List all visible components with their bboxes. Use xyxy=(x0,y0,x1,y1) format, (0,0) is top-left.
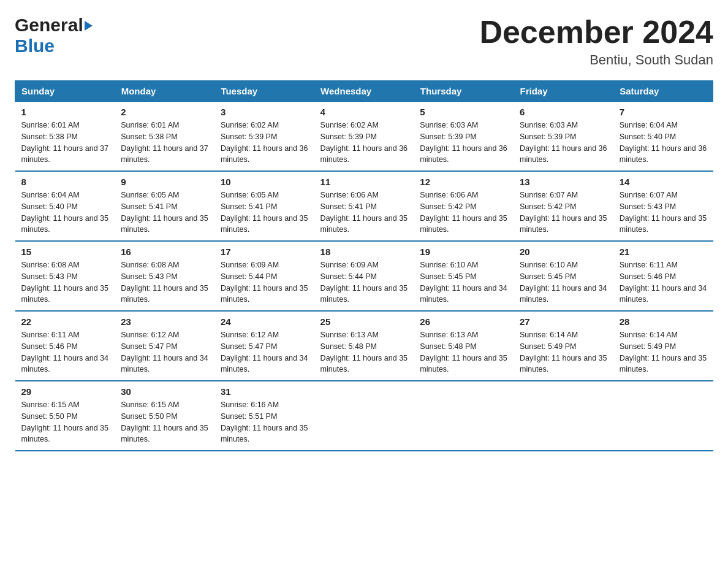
day-cell: 4Sunrise: 6:02 AMSunset: 5:39 PMDaylight… xyxy=(314,102,414,172)
day-info: Sunrise: 6:12 AMSunset: 5:47 PMDaylight:… xyxy=(121,329,208,375)
day-cell: 5Sunrise: 6:03 AMSunset: 5:39 PMDaylight… xyxy=(414,102,514,172)
day-number: 25 xyxy=(320,316,408,327)
header-monday: Monday xyxy=(115,81,214,102)
day-number: 19 xyxy=(420,247,507,257)
day-info: Sunrise: 6:11 AMSunset: 5:46 PMDaylight:… xyxy=(620,259,707,305)
day-cell: 14Sunrise: 6:07 AMSunset: 5:43 PMDayligh… xyxy=(613,171,713,241)
day-info: Sunrise: 6:05 AMSunset: 5:41 PMDaylight:… xyxy=(121,190,208,236)
day-number: 2 xyxy=(121,107,208,117)
header-sunday: Sunday xyxy=(15,81,115,102)
day-cell: 27Sunrise: 6:14 AMSunset: 5:49 PMDayligh… xyxy=(514,311,613,381)
day-number: 8 xyxy=(21,177,109,187)
day-info: Sunrise: 6:02 AMSunset: 5:39 PMDaylight:… xyxy=(221,120,308,166)
day-info: Sunrise: 6:11 AMSunset: 5:46 PMDaylight:… xyxy=(21,329,109,375)
logo: General Blue xyxy=(15,15,93,56)
day-cell: 29Sunrise: 6:15 AMSunset: 5:50 PMDayligh… xyxy=(15,381,115,451)
header-saturday: Saturday xyxy=(613,81,713,102)
day-number: 22 xyxy=(21,316,109,327)
day-info: Sunrise: 6:08 AMSunset: 5:43 PMDaylight:… xyxy=(21,259,109,305)
day-number: 24 xyxy=(221,316,308,327)
day-cell: 1Sunrise: 6:01 AMSunset: 5:38 PMDaylight… xyxy=(15,102,115,172)
day-info: Sunrise: 6:15 AMSunset: 5:50 PMDaylight:… xyxy=(121,399,208,445)
day-info: Sunrise: 6:09 AMSunset: 5:44 PMDaylight:… xyxy=(221,259,308,305)
day-info: Sunrise: 6:07 AMSunset: 5:43 PMDaylight:… xyxy=(620,190,707,236)
day-cell: 30Sunrise: 6:15 AMSunset: 5:50 PMDayligh… xyxy=(115,381,214,451)
day-info: Sunrise: 6:15 AMSunset: 5:50 PMDaylight:… xyxy=(21,399,109,445)
logo-general-text: General xyxy=(15,15,83,36)
day-info: Sunrise: 6:10 AMSunset: 5:45 PMDaylight:… xyxy=(520,259,607,305)
title-block: December 2024 Bentiu, South Sudan xyxy=(479,15,713,68)
day-info: Sunrise: 6:02 AMSunset: 5:39 PMDaylight:… xyxy=(320,120,408,166)
day-cell: 17Sunrise: 6:09 AMSunset: 5:44 PMDayligh… xyxy=(214,241,314,311)
day-info: Sunrise: 6:16 AMSunset: 5:51 PMDaylight:… xyxy=(221,399,308,445)
header-friday: Friday xyxy=(514,81,613,102)
day-cell: 15Sunrise: 6:08 AMSunset: 5:43 PMDayligh… xyxy=(15,241,115,311)
day-info: Sunrise: 6:06 AMSunset: 5:42 PMDaylight:… xyxy=(420,190,507,236)
day-cell: 21Sunrise: 6:11 AMSunset: 5:46 PMDayligh… xyxy=(613,241,713,311)
day-cell: 20Sunrise: 6:10 AMSunset: 5:45 PMDayligh… xyxy=(514,241,613,311)
day-number: 16 xyxy=(121,247,208,257)
header-tuesday: Tuesday xyxy=(214,81,314,102)
day-number: 3 xyxy=(221,107,308,117)
day-info: Sunrise: 6:14 AMSunset: 5:49 PMDaylight:… xyxy=(620,329,707,375)
day-cell: 2Sunrise: 6:01 AMSunset: 5:38 PMDaylight… xyxy=(115,102,214,172)
header-row: SundayMondayTuesdayWednesdayThursdayFrid… xyxy=(15,81,713,102)
day-number: 11 xyxy=(320,177,408,187)
day-number: 18 xyxy=(320,247,408,257)
logo-triangle-icon xyxy=(85,21,93,31)
day-number: 4 xyxy=(320,107,408,117)
day-cell: 22Sunrise: 6:11 AMSunset: 5:46 PMDayligh… xyxy=(15,311,115,381)
day-number: 6 xyxy=(520,107,607,117)
day-number: 30 xyxy=(121,386,208,397)
week-row-1: 1Sunrise: 6:01 AMSunset: 5:38 PMDaylight… xyxy=(15,102,713,172)
day-number: 21 xyxy=(620,247,707,257)
day-cell: 18Sunrise: 6:09 AMSunset: 5:44 PMDayligh… xyxy=(314,241,414,311)
page-header: General Blue December 2024 Bentiu, South… xyxy=(15,15,713,68)
day-cell xyxy=(314,381,414,451)
day-cell: 24Sunrise: 6:12 AMSunset: 5:47 PMDayligh… xyxy=(214,311,314,381)
day-cell: 8Sunrise: 6:04 AMSunset: 5:40 PMDaylight… xyxy=(15,171,115,241)
day-number: 9 xyxy=(121,177,208,187)
day-info: Sunrise: 6:03 AMSunset: 5:39 PMDaylight:… xyxy=(520,120,607,166)
header-thursday: Thursday xyxy=(414,81,514,102)
day-cell: 16Sunrise: 6:08 AMSunset: 5:43 PMDayligh… xyxy=(115,241,214,311)
day-cell: 23Sunrise: 6:12 AMSunset: 5:47 PMDayligh… xyxy=(115,311,214,381)
day-number: 29 xyxy=(21,386,109,397)
day-cell: 19Sunrise: 6:10 AMSunset: 5:45 PMDayligh… xyxy=(414,241,514,311)
day-number: 5 xyxy=(420,107,507,117)
day-number: 28 xyxy=(620,316,707,327)
day-number: 27 xyxy=(520,316,607,327)
day-info: Sunrise: 6:13 AMSunset: 5:48 PMDaylight:… xyxy=(320,329,408,375)
day-info: Sunrise: 6:06 AMSunset: 5:41 PMDaylight:… xyxy=(320,190,408,236)
header-wednesday: Wednesday xyxy=(314,81,414,102)
day-cell xyxy=(613,381,713,451)
day-cell xyxy=(414,381,514,451)
day-number: 15 xyxy=(21,247,109,257)
day-info: Sunrise: 6:09 AMSunset: 5:44 PMDaylight:… xyxy=(320,259,408,305)
calendar-table: SundayMondayTuesdayWednesdayThursdayFrid… xyxy=(15,80,713,451)
day-info: Sunrise: 6:12 AMSunset: 5:47 PMDaylight:… xyxy=(221,329,308,375)
day-number: 10 xyxy=(221,177,308,187)
day-info: Sunrise: 6:01 AMSunset: 5:38 PMDaylight:… xyxy=(21,120,109,166)
day-info: Sunrise: 6:05 AMSunset: 5:41 PMDaylight:… xyxy=(221,190,308,236)
day-info: Sunrise: 6:03 AMSunset: 5:39 PMDaylight:… xyxy=(420,120,507,166)
day-number: 7 xyxy=(620,107,707,117)
day-cell: 6Sunrise: 6:03 AMSunset: 5:39 PMDaylight… xyxy=(514,102,613,172)
day-cell: 10Sunrise: 6:05 AMSunset: 5:41 PMDayligh… xyxy=(214,171,314,241)
day-info: Sunrise: 6:07 AMSunset: 5:42 PMDaylight:… xyxy=(520,190,607,236)
day-number: 12 xyxy=(420,177,507,187)
day-cell: 28Sunrise: 6:14 AMSunset: 5:49 PMDayligh… xyxy=(613,311,713,381)
week-row-5: 29Sunrise: 6:15 AMSunset: 5:50 PMDayligh… xyxy=(15,381,713,451)
day-number: 17 xyxy=(221,247,308,257)
day-cell: 25Sunrise: 6:13 AMSunset: 5:48 PMDayligh… xyxy=(314,311,414,381)
day-cell: 13Sunrise: 6:07 AMSunset: 5:42 PMDayligh… xyxy=(514,171,613,241)
day-number: 20 xyxy=(520,247,607,257)
location: Bentiu, South Sudan xyxy=(479,52,713,68)
day-cell xyxy=(514,381,613,451)
day-info: Sunrise: 6:14 AMSunset: 5:49 PMDaylight:… xyxy=(520,329,607,375)
day-info: Sunrise: 6:13 AMSunset: 5:48 PMDaylight:… xyxy=(420,329,507,375)
day-cell: 31Sunrise: 6:16 AMSunset: 5:51 PMDayligh… xyxy=(214,381,314,451)
day-cell: 3Sunrise: 6:02 AMSunset: 5:39 PMDaylight… xyxy=(214,102,314,172)
day-number: 31 xyxy=(221,386,308,397)
day-info: Sunrise: 6:04 AMSunset: 5:40 PMDaylight:… xyxy=(620,120,707,166)
